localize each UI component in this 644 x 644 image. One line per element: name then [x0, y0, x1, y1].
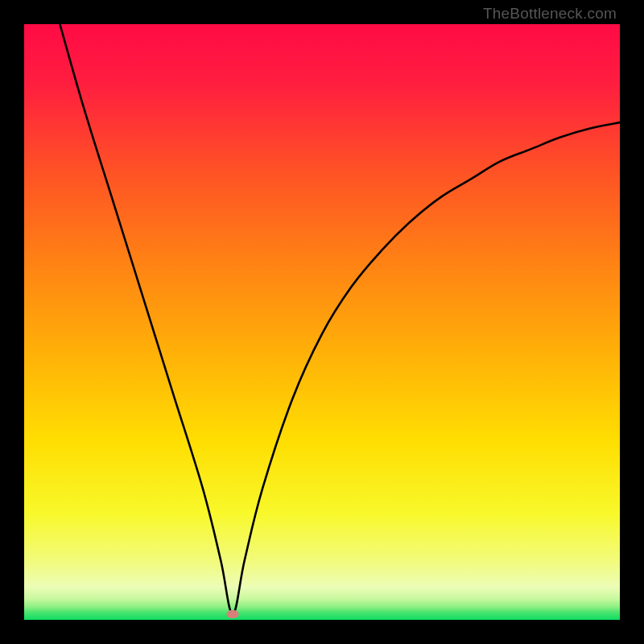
plot-area [24, 24, 620, 620]
watermark-text: TheBottleneck.com [483, 5, 617, 23]
minimum-marker [227, 610, 239, 618]
bottleneck-curve [24, 24, 620, 620]
